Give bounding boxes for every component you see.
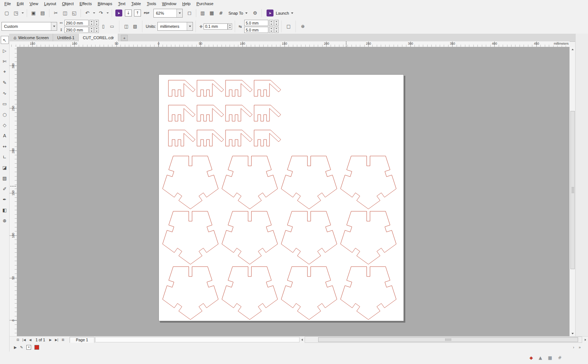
outline-pen-tool[interactable]: ✒ [1,195,9,203]
text-tool[interactable]: A [1,131,9,140]
pick-tool[interactable]: ↖ [1,36,9,44]
ellipse-tool[interactable]: ○ [1,110,9,118]
connector-tool[interactable]: ∟ [1,153,9,161]
publish-pdf-button[interactable]: PDF [142,9,151,17]
page-width-spinner-2[interactable] [94,20,99,26]
chevron-down-icon[interactable] [51,22,57,30]
cut-shape-pentagon[interactable] [163,267,218,320]
menu-view[interactable]: View [27,1,41,7]
vertical-ruler[interactable]: 300250200150100500 [10,47,17,336]
crop-tool[interactable]: ✄ [1,57,9,65]
nudge-spinner[interactable] [228,23,232,30]
new-tab-button[interactable]: + [121,35,128,41]
nudge-distance-field[interactable] [204,23,228,30]
polygon-tool[interactable]: ◇ [1,121,9,129]
cut-shape-bracket[interactable] [226,80,252,96]
redo-dropdown[interactable] [106,9,109,17]
dimension-tool[interactable]: ↔ [1,142,9,150]
export-button[interactable]: ↑ [134,10,141,16]
portrait-button[interactable]: ▯ [99,22,107,30]
cut-shape-pentagon[interactable] [222,267,278,320]
duplicate-y-spinner-2[interactable] [274,27,279,33]
show-grid-button[interactable]: ▦ [208,9,216,17]
vertical-scrollbar[interactable] [569,47,576,336]
vertical-scrollbar-thumb[interactable] [570,111,575,269]
interactive-fill-tool[interactable]: ⊕ [1,216,9,224]
document-tab-cut-corel-cdr[interactable]: CUT_COREL.cdr [79,34,118,41]
cut-shape-pentagon[interactable] [340,267,396,320]
open-file-button[interactable]: ◳ [12,9,20,17]
fill-tool[interactable]: ◧ [1,206,9,214]
cut-shape-pentagon[interactable] [281,267,337,320]
duplicate-x-spinner-2[interactable] [274,20,279,26]
previous-page-button[interactable]: ◀ [27,337,33,342]
tray-icon-red[interactable]: ◆ [529,355,533,360]
units-select[interactable]: millimeters [157,22,193,31]
page-layout-button[interactable]: ▧ [131,22,139,30]
cut-shape-bracket[interactable] [168,80,195,96]
page-height-field[interactable] [64,27,89,33]
menu-text[interactable]: Text [115,1,128,7]
artistic-media-tool[interactable]: ∿ [1,89,9,97]
outline-color-swatch[interactable] [34,345,39,350]
tray-icon-grid[interactable]: ▦ [548,355,552,360]
redo-button[interactable]: ↷ [97,9,105,17]
add-page-button[interactable]: ⊞ [60,337,66,342]
launch-dropdown[interactable]: ➤ Launch [264,9,296,18]
menu-tools[interactable]: Tools [144,1,159,7]
transparency-tool[interactable]: ▨ [1,174,9,182]
paste-button[interactable]: ◱ [70,9,78,17]
next-page-button[interactable]: ▶ [47,337,53,342]
tray-icon-hash[interactable]: # [558,355,562,360]
center-page-button[interactable]: ⊕ [299,22,307,30]
cut-shape-bracket[interactable] [197,130,224,146]
shape-tool[interactable]: ▷ [1,47,9,55]
open-file-dropdown[interactable] [21,9,25,17]
cut-shape-pentagon[interactable] [163,156,218,209]
import-button[interactable]: ↓ [125,10,132,16]
palette-scroll-icon[interactable]: › [573,345,574,349]
tray-icon-arrow[interactable]: ▲ [539,355,542,360]
show-guidelines-button[interactable]: # [217,9,225,17]
all-pages-button[interactable]: ◫ [122,22,130,30]
document-tab-welcome-screen[interactable]: ⌂Welcome Screen [10,34,53,41]
horizontal-scrollbar-thumb[interactable] [318,337,578,342]
save-button[interactable]: ▣ [29,9,38,17]
cut-button[interactable]: ✂ [52,9,60,17]
horizontal-ruler[interactable]: millimeters 1501005005010015020025030035… [10,41,570,47]
document-page[interactable] [159,74,404,321]
scroll-down-button[interactable] [570,331,576,336]
freehand-tool[interactable]: ✎ [1,78,9,86]
landscape-button[interactable]: ▭ [108,22,116,30]
menu-help[interactable]: Help [179,1,194,7]
show-rulers-button[interactable]: ▥ [198,9,207,17]
menu-bitmaps[interactable]: Bitmaps [95,1,115,7]
document-tab-untitled-1[interactable]: Untitled-1 [53,34,79,41]
cut-shape-bracket[interactable] [226,130,252,146]
cut-shape-pentagon[interactable] [281,156,337,209]
page-preset-select[interactable]: Custom [1,22,57,31]
page-width-field[interactable] [64,20,89,26]
options-button[interactable]: ⚙ [251,9,259,17]
copy-button[interactable]: ◫ [61,9,69,17]
cut-shape-bracket[interactable] [168,105,195,121]
duplicate-y-spinner[interactable] [269,27,273,33]
page-height-spinner-2[interactable] [94,27,99,33]
rectangle-tool[interactable]: ▭ [1,100,9,108]
cut-shape-pentagon[interactable] [222,156,278,209]
cut-shape-bracket[interactable] [168,130,195,146]
cut-shape-bracket[interactable] [197,80,224,96]
undo-button[interactable]: ↶ [83,9,92,17]
undo-dropdown[interactable] [92,9,96,17]
duplicate-y-field[interactable] [244,27,268,33]
menu-object[interactable]: Object [59,1,77,7]
fill-color-swatch[interactable]: × [26,345,31,350]
menu-layout[interactable]: Layout [41,1,59,7]
print-button[interactable]: ▤ [38,9,47,17]
menu-effects[interactable]: Effects [77,1,94,7]
cut-shape-bracket[interactable] [254,80,281,96]
flyout-arrow-icon[interactable]: ▶ [14,345,17,349]
cut-shape-pentagon[interactable] [340,156,396,209]
cut-shape-bracket[interactable] [254,105,281,121]
scroll-left-button[interactable] [299,337,305,342]
